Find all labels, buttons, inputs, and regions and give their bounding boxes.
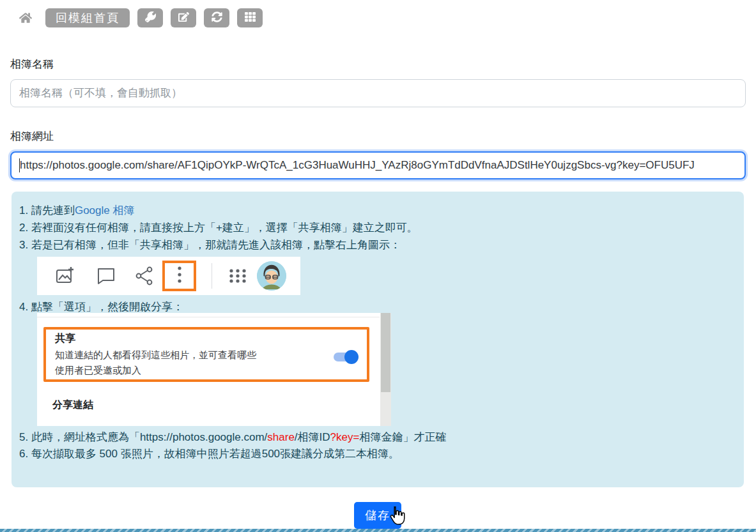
- refresh-icon: [212, 11, 222, 24]
- share-dialog-description: 知道連結的人都看得到這些相片，並可查看哪些 使用者已受邀或加入: [55, 347, 256, 378]
- album-name-input[interactable]: [10, 79, 746, 107]
- url-format-base: https://photos.google.com/: [140, 431, 267, 443]
- top-toolbar: 回模組首頁: [19, 8, 270, 27]
- url-format-album-key: 相簿金鑰: [359, 431, 403, 443]
- url-format-part1: 5. 此時，網址格式應為「: [19, 431, 140, 443]
- apps-grid-icon: [228, 266, 248, 289]
- instruction-item-4: 4. 點擊「選項」，然後開啟分享：: [19, 300, 183, 314]
- more-options-highlight-box: [162, 261, 196, 291]
- bottom-divider-bar: [0, 529, 756, 532]
- album-url-input[interactable]: [10, 151, 746, 179]
- dialog-divider: [37, 317, 380, 317]
- instruction-item-5: 5. 此時，網址格式應為「https://photos.google.com/s…: [19, 430, 446, 445]
- url-format-part7: 」才正確: [403, 431, 446, 443]
- share-icon: [134, 266, 155, 289]
- instruction-item-2: 2. 若裡面沒有任何相簿，請直接按上方「+建立」，選擇「共享相簿」建立之即可。: [19, 220, 418, 235]
- edit-button[interactable]: [171, 8, 196, 27]
- settings-button[interactable]: [137, 8, 163, 27]
- share-toggle-on: [334, 353, 357, 361]
- instruction-1-text: 1. 請先連到: [19, 204, 75, 217]
- edit-icon: [178, 11, 189, 24]
- text-caret: [19, 158, 20, 172]
- add-photo-icon: [55, 266, 75, 289]
- instruction-item-3: 3. 若是已有相簿，但非「共享相簿」，那就請先進入該相簿，點擊右上角圖示：: [19, 238, 401, 252]
- back-to-module-home-button[interactable]: 回模組首頁: [45, 8, 130, 27]
- toggle-knob: [344, 350, 359, 364]
- grid-icon: [245, 11, 256, 24]
- more-options-icon: [171, 265, 188, 287]
- instruction-item-6: 6. 每次擷取最多 500 張照片，故相簿中照片若超過500張建議分成第二本相簿…: [19, 446, 399, 461]
- album-url-label: 相簿網址: [10, 129, 54, 144]
- wrench-icon: [145, 11, 156, 24]
- share-dialog-screenshot: 共享 知道連結的人都看得到這些相片，並可查看哪些 使用者已受邀或加入 分享連結: [37, 313, 391, 426]
- url-format-key-red: ?key=: [330, 431, 360, 443]
- comment-icon: [96, 266, 116, 289]
- google-photos-link[interactable]: Google 相簿: [75, 204, 135, 217]
- home-icon[interactable]: [19, 11, 32, 24]
- user-avatar: [257, 261, 286, 291]
- gp-toolbar-screenshot: [37, 257, 300, 295]
- album-name-label: 相簿名稱: [10, 57, 54, 72]
- toolbar-divider: [212, 263, 212, 289]
- instructions-info-box: 1. 請先連到Google 相簿 2. 若裡面沒有任何相簿，請直接按上方「+建立…: [12, 192, 744, 487]
- refresh-button[interactable]: [204, 8, 229, 27]
- url-format-album-id: /相簿ID: [295, 431, 330, 443]
- share-dialog-title: 共享: [55, 332, 75, 346]
- share-desc-line2: 使用者已受邀或加入: [55, 363, 256, 378]
- dialog-scrollbar-thumb: [381, 313, 390, 392]
- share-link-label: 分享連結: [52, 399, 93, 412]
- share-desc-line1: 知道連結的人都看得到這些相片，並可查看哪些: [55, 347, 256, 363]
- modules-grid-button[interactable]: [237, 8, 263, 27]
- url-format-share-red: share: [267, 431, 295, 443]
- instruction-item-1: 1. 請先連到Google 相簿: [19, 203, 134, 218]
- save-button[interactable]: 儲存: [354, 502, 401, 529]
